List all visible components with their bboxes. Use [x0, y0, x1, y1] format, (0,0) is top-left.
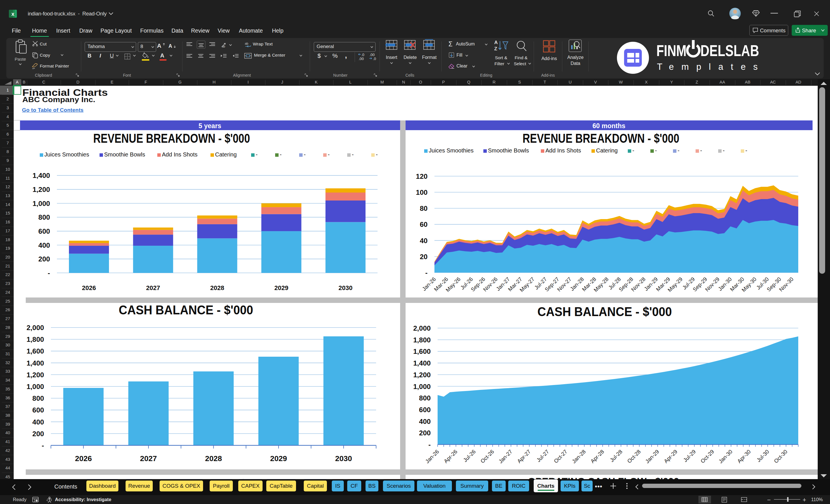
svg-text:Jul-26: Jul-26: [462, 448, 477, 463]
svg-text:A: A: [494, 40, 498, 45]
svg-text:2030: 2030: [335, 454, 352, 463]
svg-text:-: -: [376, 151, 378, 158]
svg-text:60: 60: [420, 221, 427, 228]
svg-text:Apr-27: Apr-27: [516, 448, 532, 464]
svg-text:Oct-26: Oct-26: [479, 448, 495, 464]
svg-text:-: -: [352, 151, 354, 158]
svg-text:1,600: 1,600: [27, 347, 44, 355]
svg-text:40: 40: [420, 237, 427, 245]
svg-text:1,000: 1,000: [413, 383, 431, 390]
svg-text:Add Ins Shots: Add Ins Shots: [162, 151, 198, 158]
svg-text:800: 800: [32, 395, 44, 402]
svg-text:1,200: 1,200: [413, 371, 431, 379]
svg-text:80: 80: [420, 204, 427, 212]
svg-text:1,200: 1,200: [33, 186, 50, 193]
svg-text:REVENUE BREAKDOWN - $'000: REVENUE BREAKDOWN - $'000: [93, 131, 250, 145]
svg-text:Catering: Catering: [215, 151, 237, 158]
svg-text:CASH BALANCE - $'000: CASH BALANCE - $'000: [119, 303, 253, 317]
svg-text:Jul-27: Jul-27: [535, 448, 550, 463]
svg-text:Smoothie Bowls: Smoothie Bowls: [488, 147, 529, 154]
svg-text:120: 120: [416, 172, 427, 180]
svg-text:-: -: [745, 147, 747, 154]
svg-text:x: x: [11, 11, 14, 17]
svg-text:600: 600: [419, 406, 431, 414]
svg-text:Z: Z: [494, 46, 497, 52]
svg-text:Oct-29: Oct-29: [699, 448, 715, 464]
svg-text:.0: .0: [361, 53, 364, 57]
svg-text:-: -: [700, 147, 702, 154]
svg-text:1,000: 1,000: [33, 200, 50, 208]
svg-text:-: -: [256, 151, 258, 158]
svg-text:2026: 2026: [75, 454, 92, 463]
svg-text:1,800: 1,800: [27, 336, 44, 343]
svg-text:ab: ab: [245, 42, 248, 45]
svg-text:2027: 2027: [140, 454, 157, 463]
svg-text:20: 20: [420, 253, 427, 260]
svg-text:-: -: [280, 151, 282, 158]
svg-text:CASH BALANCE - $'000: CASH BALANCE - $'000: [537, 305, 672, 319]
svg-text:2030: 2030: [339, 284, 353, 291]
svg-text:600: 600: [38, 227, 50, 235]
svg-text:200: 200: [419, 429, 431, 437]
svg-text:-: -: [425, 269, 427, 277]
svg-text:2027: 2027: [146, 284, 160, 291]
svg-text:Oct-27: Oct-27: [552, 448, 568, 464]
svg-text:1,600: 1,600: [413, 348, 431, 355]
svg-text:Apr-28: Apr-28: [589, 448, 605, 464]
svg-text:2028: 2028: [205, 454, 222, 463]
svg-text:FINM: FINM: [657, 42, 687, 60]
svg-text:ab: ab: [222, 45, 225, 48]
svg-text:DELSLAB: DELSLAB: [700, 42, 759, 60]
svg-text:800: 800: [38, 213, 50, 221]
svg-text:Jan-29: Jan-29: [644, 448, 660, 465]
svg-text:Apr-30: Apr-30: [736, 448, 752, 464]
svg-text:-: -: [723, 147, 725, 154]
svg-text:Add Ins Shots: Add Ins Shots: [545, 147, 581, 154]
svg-text:1,200: 1,200: [27, 371, 44, 379]
svg-text:800: 800: [419, 394, 431, 402]
svg-text:2028: 2028: [210, 284, 224, 291]
svg-text:-: -: [48, 269, 50, 277]
svg-text:-: -: [428, 441, 431, 448]
svg-text:-: -: [655, 147, 657, 154]
svg-text:1,400: 1,400: [33, 171, 50, 179]
svg-text:Jan-26: Jan-26: [424, 448, 440, 465]
svg-text:400: 400: [32, 418, 44, 426]
svg-text:Apr-26: Apr-26: [443, 448, 458, 464]
svg-text:Templates: Templates: [657, 62, 758, 72]
svg-text:-: -: [42, 442, 44, 449]
svg-text:Oct-30: Oct-30: [773, 448, 789, 464]
svg-text:.0: .0: [373, 57, 376, 61]
svg-text:.00: .00: [370, 53, 375, 57]
svg-text:600: 600: [32, 406, 44, 414]
svg-text:Jul-30: Jul-30: [755, 448, 770, 463]
svg-text:Jul-29: Jul-29: [682, 448, 697, 463]
svg-text:Jan-30: Jan-30: [717, 448, 734, 465]
svg-text:400: 400: [419, 418, 431, 426]
svg-text:Jan-28: Jan-28: [571, 448, 587, 465]
svg-text:REVENUE BREAKDOWN - $'000: REVENUE BREAKDOWN - $'000: [522, 131, 679, 145]
svg-text:Smoothie Bowls: Smoothie Bowls: [104, 151, 145, 158]
svg-text:400: 400: [38, 242, 50, 249]
svg-text:1,000: 1,000: [27, 383, 44, 390]
svg-text:1,800: 1,800: [413, 336, 431, 344]
svg-text:200: 200: [32, 430, 44, 438]
svg-text:-: -: [304, 151, 306, 158]
svg-text:Jan-27: Jan-27: [498, 448, 513, 465]
svg-text:Juices Smoothies: Juices Smoothies: [429, 147, 474, 154]
svg-text:2026: 2026: [82, 284, 96, 291]
svg-text:2,000: 2,000: [27, 324, 44, 332]
svg-text:100: 100: [416, 189, 427, 196]
svg-text:-: -: [328, 151, 330, 158]
svg-text:2029: 2029: [274, 284, 288, 291]
svg-text:2029: 2029: [270, 454, 287, 463]
svg-text:Catering: Catering: [596, 147, 618, 154]
svg-text:1,400: 1,400: [413, 359, 431, 367]
svg-text:2,000: 2,000: [413, 324, 431, 332]
svg-text:200: 200: [38, 255, 50, 263]
svg-text:Juices Smoothies: Juices Smoothies: [44, 151, 89, 158]
svg-text:Jul-28: Jul-28: [609, 448, 624, 463]
svg-text:Oct-28: Oct-28: [626, 448, 642, 464]
svg-text:.00: .00: [359, 57, 364, 61]
svg-text:1,400: 1,400: [27, 359, 44, 367]
